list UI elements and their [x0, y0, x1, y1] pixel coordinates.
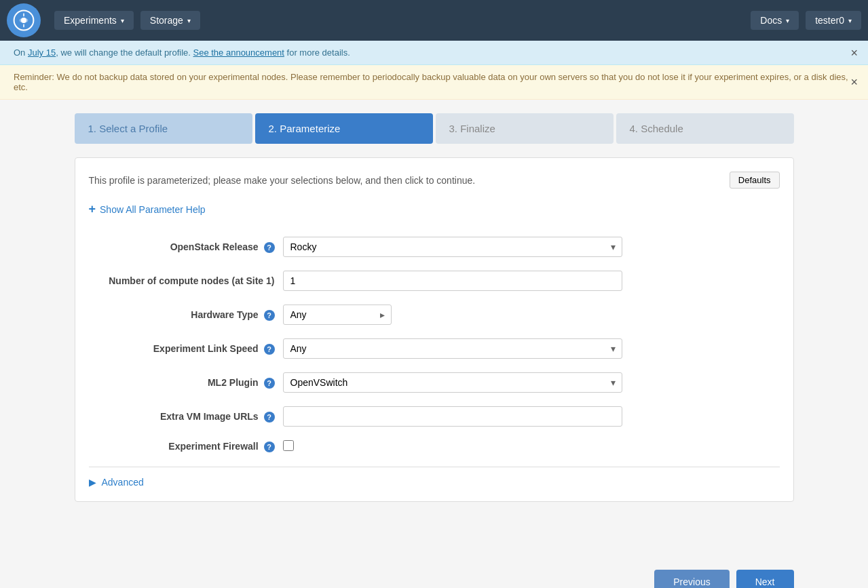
openstack-release-help-icon[interactable]: ? — [264, 242, 275, 253]
july-15-link[interactable]: July 15 — [28, 47, 56, 58]
step-1[interactable]: 1. Select a Profile — [75, 113, 252, 144]
link-speed-row: Experiment Link Speed ? Any 1Gbps 10Gbps — [89, 332, 780, 366]
link-speed-select[interactable]: Any 1Gbps 10Gbps — [283, 338, 622, 359]
ml2-plugin-select-wrapper: OpenVSwitch LinuxBridge — [283, 372, 622, 393]
announcement-link[interactable]: See the announcement — [193, 47, 284, 58]
compute-nodes-value-cell — [279, 264, 780, 298]
main-container: 1. Select a Profile 2. Parameterize 3. F… — [61, 100, 808, 556]
ml2-plugin-select[interactable]: OpenVSwitch LinuxBridge — [283, 372, 622, 393]
firewall-value-cell — [279, 433, 780, 460]
steps-bar: 1. Select a Profile 2. Parameterize 3. F… — [75, 113, 794, 144]
alert-backup-text: Reminder: We do not backup data stored o… — [14, 72, 848, 92]
step-2-label: Parameterize — [280, 123, 340, 134]
alert-profile-text: On July 15, we will change the default p… — [14, 47, 350, 58]
link-speed-select-wrapper: Any 1Gbps 10Gbps — [283, 338, 622, 359]
user-caret: ▾ — [848, 17, 852, 24]
alert-profile-close[interactable]: × — [850, 47, 858, 59]
card-description: This profile is parameterized; please ma… — [89, 175, 476, 186]
parameters-table: OpenStack Release ? Rocky Queens Pike Oc… — [89, 230, 780, 460]
firewall-checkbox[interactable] — [283, 440, 294, 451]
ml2-plugin-row: ML2 Plugin ? OpenVSwitch LinuxBridge — [89, 366, 780, 399]
extra-vm-image-row: Extra VM Image URLs ? — [89, 399, 780, 433]
hardware-type-select[interactable]: Any — [283, 305, 392, 325]
hardware-type-value-cell: Any — [279, 298, 780, 332]
footer-actions: Previous Next — [61, 556, 808, 588]
step-4-number: 4. — [630, 123, 641, 134]
hardware-type-select-wrapper: Any — [283, 305, 392, 325]
openstack-release-value-cell: Rocky Queens Pike Ocata Newton — [279, 230, 780, 264]
link-speed-help-icon[interactable]: ? — [264, 344, 275, 355]
advanced-label: Advanced — [102, 477, 144, 488]
openstack-release-label: OpenStack Release ? — [89, 230, 279, 264]
docs-caret: ▾ — [786, 17, 789, 24]
compute-nodes-row: Number of compute nodes (at Site 1) — [89, 264, 780, 298]
link-speed-label: Experiment Link Speed ? — [89, 332, 279, 366]
hardware-type-label: Hardware Type ? — [89, 298, 279, 332]
advanced-toggle-button[interactable]: ▶ Advanced — [89, 477, 144, 488]
step-3: 3. Finalize — [436, 113, 614, 144]
svg-point-1 — [21, 18, 26, 23]
experiments-caret: ▾ — [121, 17, 124, 24]
alert-backup-close[interactable]: × — [850, 76, 858, 88]
docs-label: Docs — [760, 15, 782, 26]
hardware-type-help-icon[interactable]: ? — [264, 310, 275, 321]
user-button[interactable]: tester0 ▾ — [806, 11, 861, 30]
extra-vm-image-input[interactable] — [283, 406, 622, 427]
step-1-label: Select a Profile — [99, 123, 168, 134]
extra-vm-image-value-cell — [279, 399, 780, 433]
step-2[interactable]: 2. Parameterize — [255, 113, 433, 144]
step-4: 4. Schedule — [616, 113, 794, 144]
hardware-type-row: Hardware Type ? Any — [89, 298, 780, 332]
ml2-plugin-help-icon[interactable]: ? — [264, 378, 275, 389]
openstack-release-select-wrapper: Rocky Queens Pike Ocata Newton — [283, 237, 622, 257]
firewall-help-icon[interactable]: ? — [264, 442, 275, 452]
user-label: tester0 — [815, 15, 844, 26]
extra-vm-image-help-icon[interactable]: ? — [264, 412, 275, 423]
previous-button[interactable]: Previous — [654, 570, 729, 588]
ml2-plugin-value-cell: OpenVSwitch LinuxBridge — [279, 366, 780, 399]
storage-caret: ▾ — [187, 17, 191, 24]
compute-nodes-input[interactable] — [283, 271, 622, 291]
link-speed-value-cell: Any 1Gbps 10Gbps — [279, 332, 780, 366]
step-2-number: 2. — [269, 123, 280, 134]
step-1-number: 1. — [88, 123, 100, 134]
card-header: This profile is parameterized; please ma… — [89, 172, 780, 189]
navbar: Experiments ▾ Storage ▾ Docs ▾ tester0 ▾ — [0, 0, 868, 41]
step-3-label: Finalize — [460, 123, 495, 134]
nav-right: Docs ▾ tester0 ▾ — [751, 11, 861, 30]
next-button[interactable]: Next — [736, 570, 794, 588]
openstack-release-select[interactable]: Rocky Queens Pike Ocata Newton — [283, 237, 622, 257]
advanced-section: ▶ Advanced — [89, 467, 780, 488]
step-3-number: 3. — [449, 123, 461, 134]
experiments-button[interactable]: Experiments ▾ — [54, 11, 134, 30]
alert-profile: On July 15, we will change the default p… — [0, 41, 868, 65]
parameterize-card: This profile is parameterized; please ma… — [75, 157, 794, 502]
experiments-label: Experiments — [64, 15, 117, 26]
firewall-label: Experiment Firewall ? — [89, 433, 279, 460]
extra-vm-image-label: Extra VM Image URLs ? — [89, 399, 279, 433]
compute-nodes-label: Number of compute nodes (at Site 1) — [89, 264, 279, 298]
firewall-row: Experiment Firewall ? — [89, 433, 780, 460]
chevron-right-icon: ▶ — [89, 477, 96, 488]
defaults-button[interactable]: Defaults — [730, 172, 780, 189]
app-logo — [7, 3, 41, 37]
ml2-plugin-label: ML2 Plugin ? — [89, 366, 279, 399]
storage-button[interactable]: Storage ▾ — [140, 11, 200, 30]
storage-label: Storage — [150, 15, 183, 26]
docs-button[interactable]: Docs ▾ — [751, 11, 799, 30]
plus-icon: + — [89, 202, 96, 216]
step-4-label: Schedule — [641, 123, 683, 134]
show-param-help-button[interactable]: + Show All Parameter Help — [89, 202, 206, 216]
show-param-help-label: Show All Parameter Help — [100, 204, 206, 215]
openstack-release-row: OpenStack Release ? Rocky Queens Pike Oc… — [89, 230, 780, 264]
alert-backup: Reminder: We do not backup data stored o… — [0, 65, 868, 100]
